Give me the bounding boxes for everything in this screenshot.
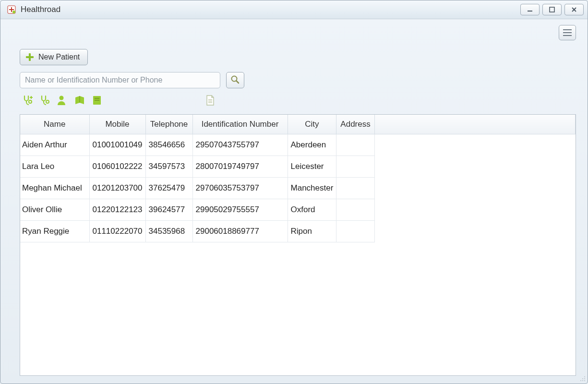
table-row[interactable]: Lara Leo 01060102222 34597573 2800701974…: [20, 156, 575, 178]
svg-point-27: [584, 376, 585, 377]
svg-rect-4: [528, 11, 532, 12]
cell-city: Manchester: [288, 178, 336, 199]
cell-telephone: 38546656: [145, 134, 192, 156]
cell-name: Lara Leo: [20, 156, 89, 178]
person-icon[interactable]: [56, 94, 69, 107]
book-icon[interactable]: [73, 94, 86, 107]
new-patient-label: New Patient: [38, 53, 80, 61]
titlebar: Healthroad: [0, 0, 588, 19]
window-controls: [520, 4, 584, 15]
cell-mobile: 01220122123: [89, 199, 145, 221]
search-input[interactable]: [20, 72, 220, 88]
menu-button[interactable]: [559, 25, 576, 40]
close-button[interactable]: [564, 4, 584, 15]
cell-telephone: 34597573: [145, 156, 192, 178]
col-idnum[interactable]: Identification Number: [192, 115, 288, 134]
plus-icon: [25, 52, 35, 62]
svg-point-32: [584, 380, 585, 381]
cell-name: Oliver Ollie: [20, 199, 89, 221]
svg-point-3: [12, 11, 15, 13]
svg-point-19: [60, 96, 64, 100]
cell-address: [336, 156, 374, 178]
cell-name: Meghan Michael: [20, 178, 89, 199]
search-button[interactable]: [226, 72, 244, 88]
cell-mobile: 01001001049: [89, 134, 145, 156]
new-patient-button[interactable]: New Patient: [20, 49, 88, 65]
cell-telephone: 39624577: [145, 199, 192, 221]
svg-rect-17: [30, 97, 33, 98]
cell-address: [336, 178, 374, 199]
svg-rect-24: [208, 99, 212, 100]
window-title: Healthroad: [21, 5, 60, 14]
col-city[interactable]: City: [288, 115, 336, 134]
svg-rect-5: [550, 7, 554, 12]
cell-city: Aberdeen: [288, 134, 336, 156]
svg-rect-23: [95, 100, 99, 101]
table-row[interactable]: Ryan Reggie 01110222070 34535968 2900601…: [20, 221, 575, 242]
svg-rect-26: [208, 102, 212, 103]
cell-idnum: 29507043755797: [192, 134, 288, 156]
action-toolbar: [22, 93, 576, 108]
svg-rect-12: [26, 56, 34, 58]
svg-rect-25: [208, 101, 212, 101]
table-row[interactable]: Meghan Michael 01201203700 37625479 2970…: [20, 178, 575, 199]
svg-point-30: [580, 380, 581, 381]
svg-rect-2: [9, 9, 14, 10]
cell-address: [336, 134, 374, 156]
body-area: New Patient: [0, 19, 588, 384]
svg-point-29: [584, 378, 585, 379]
cell-mobile: 01201203700: [89, 178, 145, 199]
stethoscope-icon[interactable]: [39, 94, 51, 107]
cell-city: Ripon: [288, 221, 336, 242]
svg-point-31: [582, 380, 583, 381]
cell-name: Ryan Reggie: [20, 221, 89, 242]
cell-address: [336, 221, 374, 242]
table-header-row: Name Mobile Telephone Identification Num…: [20, 115, 575, 134]
svg-rect-22: [95, 98, 99, 99]
col-telephone[interactable]: Telephone: [145, 115, 192, 134]
note-icon[interactable]: [91, 94, 103, 107]
cell-mobile: 01060102222: [89, 156, 145, 178]
table-row[interactable]: Oliver Ollie 01220122123 39624577 299050…: [20, 199, 575, 221]
svg-point-15: [29, 100, 32, 103]
cell-name: Aiden Arthur: [20, 134, 89, 156]
col-name[interactable]: Name: [20, 115, 89, 134]
svg-rect-10: [563, 35, 572, 36]
document-icon[interactable]: [204, 94, 216, 107]
menu-icon: [563, 29, 572, 36]
cell-telephone: 37625479: [145, 178, 192, 199]
svg-line-14: [237, 81, 239, 83]
cell-idnum: 28007019749797: [192, 156, 288, 178]
app-icon: [7, 5, 16, 14]
cell-idnum: 29006018869777: [192, 221, 288, 242]
cell-telephone: 34535968: [145, 221, 192, 242]
cell-mobile: 01110222070: [89, 221, 145, 242]
resize-grip[interactable]: [579, 375, 586, 382]
app-window: Healthroad: [0, 0, 588, 384]
svg-point-28: [582, 378, 583, 379]
cell-city: Leicester: [288, 156, 336, 178]
maximize-button[interactable]: [542, 4, 562, 15]
svg-rect-9: [563, 32, 572, 33]
svg-point-18: [46, 100, 49, 103]
cell-idnum: 29905029755557: [192, 199, 288, 221]
cell-address: [336, 199, 374, 221]
col-mobile[interactable]: Mobile: [89, 115, 145, 134]
search-icon: [230, 75, 240, 86]
cell-idnum: 29706035753797: [192, 178, 288, 199]
stethoscope-add-icon[interactable]: [22, 94, 34, 107]
minimize-button[interactable]: [520, 4, 540, 15]
col-spacer: [374, 115, 575, 134]
svg-rect-8: [563, 29, 572, 30]
cell-city: Oxford: [288, 199, 336, 221]
col-address[interactable]: Address: [336, 115, 374, 134]
patients-table-container: Name Mobile Telephone Identification Num…: [20, 114, 576, 376]
patients-table: Name Mobile Telephone Identification Num…: [20, 115, 576, 242]
table-row[interactable]: Aiden Arthur 01001001049 38546656 295070…: [20, 134, 575, 156]
